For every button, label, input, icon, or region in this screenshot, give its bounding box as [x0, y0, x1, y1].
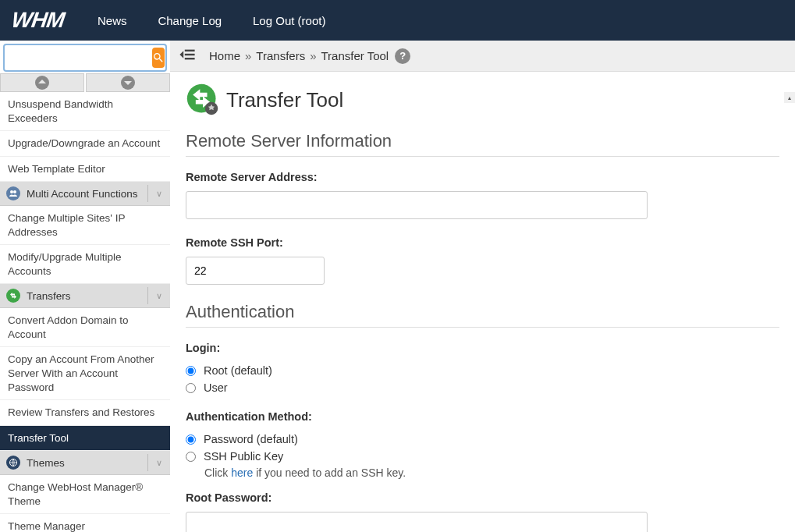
sidebar-item-transfer-tool[interactable]: Transfer Tool — [0, 426, 170, 452]
chevron-down-icon: ∨ — [156, 291, 162, 301]
nav-changelog[interactable]: Change Log — [144, 14, 236, 27]
breadcrumb-current: Transfer Tool — [321, 49, 389, 62]
separator — [147, 454, 148, 471]
root-password-label: Root Password: — [186, 491, 779, 504]
login-radio-group: Root (default) User — [186, 362, 779, 396]
svg-rect-3 — [185, 50, 195, 51]
caret-down-icon — [121, 76, 135, 90]
login-label: Login: — [186, 342, 779, 354]
sidebar-item[interactable]: Upgrade/Downgrade an Account — [0, 131, 170, 157]
breadcrumb-transfers[interactable]: Transfers — [256, 49, 305, 62]
people-icon — [6, 186, 20, 200]
chevron-down-icon: ∨ — [156, 189, 162, 199]
sidebar-item[interactable]: Change WebHost Manager® Theme — [0, 475, 170, 514]
svg-rect-5 — [185, 58, 195, 59]
caret-up-icon — [35, 76, 49, 90]
page-title-text: Transfer Tool — [226, 88, 343, 112]
sidebar[interactable]: Unsuspend Bandwidth Exceeders Upgrade/Do… — [0, 92, 170, 532]
auth-method-label: Authentication Method: — [186, 410, 779, 423]
breadcrumb-separator: » — [310, 49, 316, 62]
sidebar-item[interactable]: Web Template Editor — [0, 157, 170, 183]
nav-news[interactable]: News — [83, 14, 141, 27]
sidebar-item[interactable]: Convert Addon Domain to Account — [0, 308, 170, 347]
separator — [147, 287, 148, 304]
auth-password-radio[interactable] — [186, 434, 196, 445]
auth-sshkey-label: SSH Public Key — [204, 450, 283, 463]
svg-point-1 — [13, 190, 16, 193]
collapse-all-button[interactable] — [0, 73, 84, 92]
auth-password-label: Password (default) — [204, 433, 298, 445]
add-ssh-key-link[interactable]: here — [231, 466, 253, 479]
sidebar-item[interactable]: Copy an Account From Another Server With… — [0, 347, 170, 400]
ssh-port-input[interactable] — [186, 257, 325, 285]
sidebar-category-multi-account[interactable]: Multi Account Functions ∨ — [0, 182, 170, 206]
sidebar-category-label: Multi Account Functions — [27, 188, 138, 200]
ssh-key-hint: Click here if you need to add an SSH key… — [204, 466, 779, 479]
remote-address-input[interactable] — [186, 191, 648, 219]
login-root-label: Root (default) — [204, 364, 272, 377]
auth-radio-group: Password (default) SSH Public Key — [186, 431, 779, 465]
sidebar-item[interactable]: Theme Manager — [0, 514, 170, 532]
transfer-icon — [6, 289, 20, 303]
remote-address-label: Remote Server Address: — [186, 171, 779, 183]
breadcrumb-home[interactable]: Home — [209, 49, 240, 62]
sidebar-item[interactable]: Review Transfers and Restores — [0, 400, 170, 426]
help-icon[interactable]: ? — [395, 48, 410, 64]
main-content: Transfer Tool Remote Server Information … — [170, 72, 795, 532]
search-bar — [3, 44, 167, 72]
sidebar-category-label: Transfers — [27, 290, 71, 302]
svg-point-0 — [10, 190, 13, 193]
nav-logout[interactable]: Log Out (root) — [239, 14, 339, 27]
root-password-input[interactable] — [186, 512, 648, 532]
search-input[interactable] — [6, 48, 152, 67]
transfer-tool-icon — [186, 83, 220, 117]
separator — [147, 185, 148, 202]
sidebar-category-transfers[interactable]: Transfers ∨ — [0, 284, 170, 308]
ssh-port-label: Remote SSH Port: — [186, 236, 779, 249]
hint-text-post: if you need to add an SSH key. — [253, 466, 406, 479]
svg-rect-4 — [185, 54, 195, 55]
login-user-radio[interactable] — [186, 383, 196, 393]
sidebar-item[interactable]: Modify/Upgrade Multiple Accounts — [0, 245, 170, 284]
search-icon — [152, 51, 165, 64]
breadcrumb-separator: » — [245, 49, 251, 62]
breadcrumb: Home » Transfers » Transfer Tool ? — [170, 41, 795, 72]
chevron-down-icon: ∨ — [156, 458, 162, 468]
login-root-radio[interactable] — [186, 366, 196, 376]
hint-text-pre: Click — [204, 466, 231, 479]
section-authentication: Authentication — [186, 302, 779, 328]
top-nav: News Change Log Log Out (root) — [83, 14, 339, 27]
sidebar-toggle-icon[interactable] — [179, 48, 195, 63]
search-button[interactable] — [152, 48, 165, 68]
sidebar-category-label: Themes — [27, 457, 65, 469]
whm-logo: WHM — [10, 8, 66, 33]
section-remote-server: Remote Server Information — [186, 131, 779, 157]
expand-all-button[interactable] — [86, 73, 170, 92]
globe-icon — [6, 456, 20, 470]
login-user-label: User — [204, 381, 228, 394]
top-bar: WHM News Change Log Log Out (root) — [0, 0, 795, 41]
sidebar-item[interactable]: Unsuspend Bandwidth Exceeders — [0, 92, 170, 131]
collapse-bar — [0, 73, 170, 92]
auth-sshkey-radio[interactable] — [186, 452, 196, 462]
sidebar-item[interactable]: Change Multiple Sites' IP Addresses — [0, 206, 170, 245]
page-title: Transfer Tool — [186, 83, 779, 117]
sidebar-category-themes[interactable]: Themes ∨ — [0, 451, 170, 475]
